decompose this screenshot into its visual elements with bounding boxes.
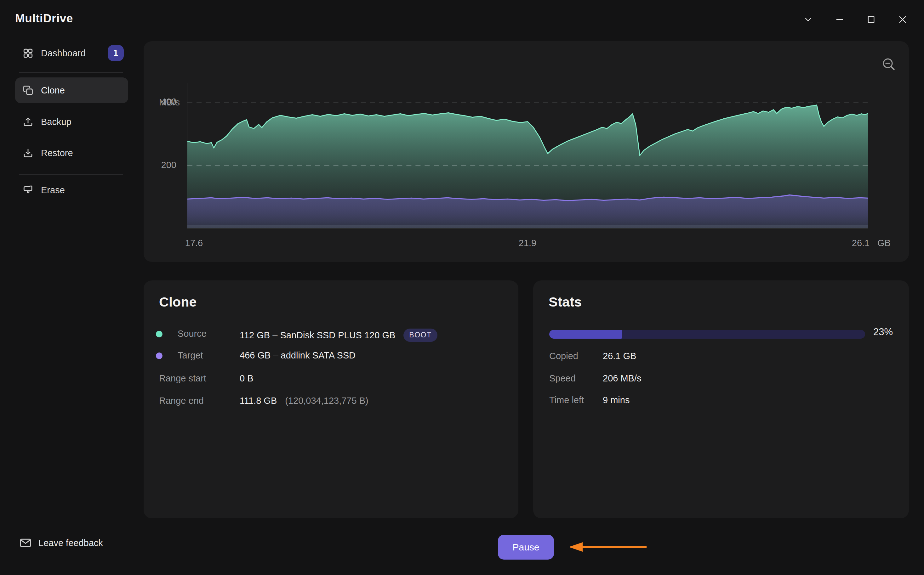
- magnifier-minus-icon: [881, 57, 896, 71]
- leave-feedback-button[interactable]: Leave feedback: [19, 537, 103, 549]
- window-controls: [801, 13, 910, 27]
- leave-feedback-label: Leave feedback: [38, 538, 103, 548]
- download-icon: [23, 148, 33, 158]
- chart-areas: [187, 105, 868, 228]
- copied-row: Copied 26.1 GB: [533, 345, 909, 367]
- sidebar-item-label: Backup: [41, 117, 72, 127]
- chart-x-unit-label: GB: [878, 238, 891, 251]
- app-title: MultiDrive: [15, 12, 73, 25]
- sidebar-item-label: Dashboard: [41, 48, 86, 59]
- sidebar-divider: [19, 72, 123, 73]
- progress-percent: 23%: [861, 326, 893, 338]
- speed-row: Speed 206 MB/s: [533, 368, 909, 390]
- source-label: Source: [178, 329, 207, 339]
- upload-icon: [23, 116, 33, 127]
- time-left-label: Time left: [549, 395, 584, 405]
- progress-bar: [549, 330, 865, 338]
- zoom-out-button[interactable]: [881, 56, 897, 73]
- target-label: Target: [178, 350, 203, 361]
- range-end-label: Range end: [159, 396, 204, 406]
- range-start-label: Range start: [159, 373, 206, 384]
- sidebar-item-backup[interactable]: Backup: [15, 109, 128, 135]
- sidebar-item-label: Restore: [41, 148, 73, 158]
- close-icon[interactable]: [896, 13, 910, 27]
- sidebar-item-restore[interactable]: Restore: [15, 140, 128, 166]
- chart-scrub-track: [187, 226, 868, 228]
- target-dot: [156, 353, 162, 359]
- speed-label: Speed: [549, 373, 576, 384]
- time-left-row: Time left 9 mins: [533, 389, 909, 411]
- copy-icon: [23, 85, 33, 96]
- source-dot: [156, 331, 162, 337]
- stats-card: Stats 23% Copied 26.1 GB Speed 206 MB/s …: [533, 280, 909, 518]
- boot-badge: BOOT: [403, 329, 437, 342]
- x-tick-start: 17.6: [185, 238, 203, 251]
- minimize-icon[interactable]: [833, 13, 846, 27]
- progress-fill: [549, 330, 622, 338]
- range-start-row: Range start 0 B: [143, 368, 518, 390]
- clone-card-title: Clone: [159, 294, 196, 310]
- app-window: MultiDrive Dashboard 1 Clone: [0, 0, 924, 575]
- pause-button[interactable]: Pause: [498, 535, 554, 559]
- range-end-bytes: (120,034,123,775 B): [285, 396, 368, 406]
- range-end-value: 111.8 GB: [240, 396, 277, 406]
- range-start-value: 0 B: [240, 373, 253, 384]
- sidebar-item-dashboard[interactable]: Dashboard 1: [15, 40, 128, 66]
- stats-card-title: Stats: [549, 294, 581, 310]
- y-tick-400: 400: [143, 97, 176, 109]
- y-tick-200: 200: [143, 160, 176, 173]
- clone-card: Clone Source 112 GB – SanDisk SSD PLUS 1…: [143, 280, 518, 518]
- chart-panel: MB/s 400 200: [143, 41, 909, 262]
- maximize-icon[interactable]: [864, 13, 878, 27]
- sidebar-item-label: Erase: [41, 185, 65, 195]
- copied-value: 26.1 GB: [603, 351, 636, 361]
- sidebar-item-erase[interactable]: Erase: [15, 177, 128, 203]
- dashboard-grid-icon: [23, 48, 33, 59]
- chart-svg: [187, 83, 868, 228]
- x-tick-end: 26.1: [852, 238, 870, 251]
- chart-plot-area: [187, 83, 868, 229]
- range-end-row: Range end 111.8 GB (120,034,123,775 B): [143, 390, 518, 412]
- envelope-icon: [19, 537, 32, 549]
- sidebar-item-clone[interactable]: Clone: [15, 78, 128, 103]
- sidebar-divider: [19, 174, 123, 175]
- copied-label: Copied: [549, 351, 578, 361]
- brush-icon: [23, 185, 33, 195]
- speed-value: 206 MB/s: [603, 373, 642, 384]
- sidebar-item-label: Clone: [41, 85, 65, 96]
- source-row: Source 112 GB – SanDisk SSD PLUS 120 GB …: [143, 323, 518, 345]
- chevron-down-icon[interactable]: [801, 13, 815, 27]
- x-tick-middle: 21.9: [519, 238, 536, 251]
- target-row: Target 466 GB – addlink SATA SSD: [143, 345, 518, 367]
- time-left-value: 9 mins: [603, 395, 629, 405]
- target-value: 466 GB – addlink SATA SSD: [240, 350, 355, 361]
- annotation-arrow: [566, 540, 649, 554]
- source-value: 112 GB – SanDisk SSD PLUS 120 GB: [240, 330, 395, 340]
- dashboard-badge: 1: [108, 45, 124, 61]
